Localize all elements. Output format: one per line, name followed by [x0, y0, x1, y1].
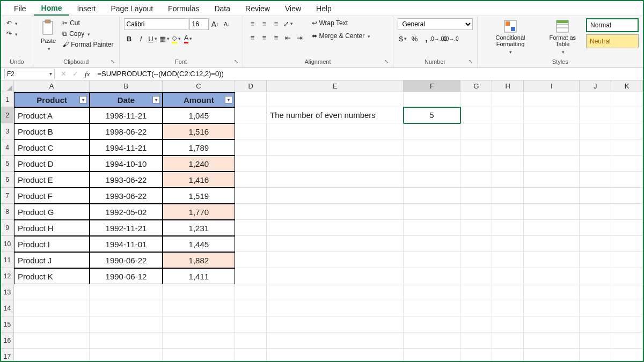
cell-K6[interactable]	[611, 172, 643, 188]
cell-A2[interactable]: Product A	[14, 107, 90, 123]
row-header-13[interactable]: 13	[1, 284, 14, 300]
cell-J2[interactable]	[580, 107, 611, 123]
col-header-G[interactable]: G	[460, 80, 492, 92]
cell-H9[interactable]	[492, 220, 524, 236]
cell-B1[interactable]: Date▾	[90, 92, 162, 107]
cell-F8[interactable]	[404, 204, 460, 220]
cell-F7[interactable]	[404, 188, 460, 204]
cell-H7[interactable]	[492, 188, 524, 204]
cell-H5[interactable]	[492, 156, 524, 172]
cell-D4[interactable]	[235, 139, 267, 156]
col-header-C[interactable]: C	[163, 80, 235, 92]
cell-F5[interactable]	[404, 156, 460, 172]
cell-I12[interactable]	[524, 268, 580, 284]
cell-B9[interactable]: 1992-11-21	[90, 220, 162, 236]
cell-A12[interactable]: Product K	[14, 268, 90, 284]
cell-D11[interactable]	[235, 252, 267, 268]
cell-G17[interactable]	[460, 349, 492, 361]
cell-F12[interactable]	[404, 268, 460, 284]
cell-J8[interactable]	[580, 204, 611, 220]
cell-I1[interactable]	[524, 92, 580, 107]
font-color-button[interactable]: A	[183, 33, 194, 44]
cell-H2[interactable]	[492, 107, 524, 123]
cell-B16[interactable]	[90, 333, 162, 349]
format-as-table-button[interactable]: Format as Table	[541, 18, 584, 56]
redo-button[interactable]: ↷	[5, 29, 19, 39]
cell-K11[interactable]	[611, 252, 643, 268]
increase-font-icon[interactable]: A↑	[210, 19, 221, 29]
cell-D1[interactable]	[235, 92, 267, 107]
cell-E13[interactable]	[267, 284, 404, 300]
cell-H14[interactable]	[492, 300, 524, 316]
cell-B7[interactable]: 1993-06-22	[90, 188, 162, 204]
increase-indent-icon[interactable]: ⇥	[295, 32, 305, 43]
menu-formulas[interactable]: Formulas	[160, 2, 207, 15]
accounting-format-icon[interactable]: $	[398, 33, 408, 44]
cell-J16[interactable]	[580, 333, 611, 349]
cell-C3[interactable]: 1,516	[163, 123, 235, 139]
align-top-icon[interactable]: ≡	[247, 18, 258, 29]
cell-B2[interactable]: 1998-11-21	[90, 107, 162, 123]
decrease-font-icon[interactable]: A↓	[222, 19, 232, 29]
cell-G1[interactable]	[460, 92, 492, 107]
decrease-indent-icon[interactable]: ⇤	[283, 32, 294, 43]
cell-D5[interactable]	[235, 156, 267, 172]
cell-A1[interactable]: Product▾	[14, 92, 90, 107]
row-header-16[interactable]: 16	[1, 333, 14, 349]
cell-style-neutral[interactable]: Neutral	[586, 34, 639, 48]
cell-C7[interactable]: 1,519	[163, 188, 235, 204]
row-header-7[interactable]: 7	[1, 188, 14, 204]
cell-H16[interactable]	[492, 333, 524, 349]
cell-B12[interactable]: 1990-06-12	[90, 268, 162, 284]
cell-I8[interactable]	[524, 204, 580, 220]
cell-D12[interactable]	[235, 268, 267, 284]
fill-color-button[interactable]: ◇	[171, 33, 182, 44]
cell-G7[interactable]	[460, 188, 492, 204]
col-header-A[interactable]: A	[14, 80, 90, 92]
cell-C12[interactable]: 1,411	[163, 268, 235, 284]
underline-button[interactable]: U	[148, 33, 158, 44]
cell-G5[interactable]	[460, 156, 492, 172]
row-header-8[interactable]: 8	[1, 204, 14, 220]
font-name-select[interactable]	[124, 18, 188, 30]
cell-E7[interactable]	[267, 188, 404, 204]
font-size-select[interactable]	[189, 18, 209, 30]
cell-F10[interactable]	[404, 236, 460, 252]
align-middle-icon[interactable]: ≡	[259, 18, 270, 29]
cell-I14[interactable]	[524, 300, 580, 316]
cell-A3[interactable]: Product B	[14, 123, 90, 139]
cell-E14[interactable]	[267, 300, 404, 316]
cut-button[interactable]: ✂Cut	[61, 18, 81, 28]
cell-D14[interactable]	[235, 300, 267, 316]
paste-button[interactable]: Paste	[38, 18, 59, 53]
decrease-decimal-icon[interactable]: .00→.0	[445, 33, 456, 44]
cell-I5[interactable]	[524, 156, 580, 172]
cell-I6[interactable]	[524, 172, 580, 188]
cell-E16[interactable]	[267, 333, 404, 349]
cell-A13[interactable]	[14, 284, 90, 300]
cell-E8[interactable]	[267, 204, 404, 220]
borders-button[interactable]: ▦	[159, 33, 170, 44]
cell-J14[interactable]	[580, 300, 611, 316]
cell-C2[interactable]: 1,045	[163, 107, 235, 123]
cancel-formula-icon[interactable]: ✕	[58, 69, 69, 79]
cell-K4[interactable]	[611, 139, 643, 156]
font-launcher-icon[interactable]: ⤡	[234, 58, 240, 65]
menu-page-layout[interactable]: Page Layout	[103, 2, 160, 15]
enter-formula-icon[interactable]: ✓	[70, 69, 80, 79]
cell-G3[interactable]	[460, 123, 492, 139]
row-header-3[interactable]: 3	[1, 123, 14, 139]
col-header-H[interactable]: H	[492, 80, 524, 92]
cell-A6[interactable]: Product E	[14, 172, 90, 188]
cell-B14[interactable]	[90, 300, 162, 316]
row-header-1[interactable]: 1	[1, 92, 14, 107]
format-painter-button[interactable]: 🖌Format Painter	[61, 40, 114, 49]
cell-I17[interactable]	[524, 349, 580, 361]
row-header-4[interactable]: 4	[1, 139, 14, 156]
select-all-corner[interactable]	[1, 80, 14, 92]
cell-A7[interactable]: Product F	[14, 188, 90, 204]
cell-I11[interactable]	[524, 252, 580, 268]
row-header-12[interactable]: 12	[1, 268, 14, 284]
alignment-launcher-icon[interactable]: ⤡	[384, 58, 391, 65]
col-header-D[interactable]: D	[235, 80, 267, 92]
